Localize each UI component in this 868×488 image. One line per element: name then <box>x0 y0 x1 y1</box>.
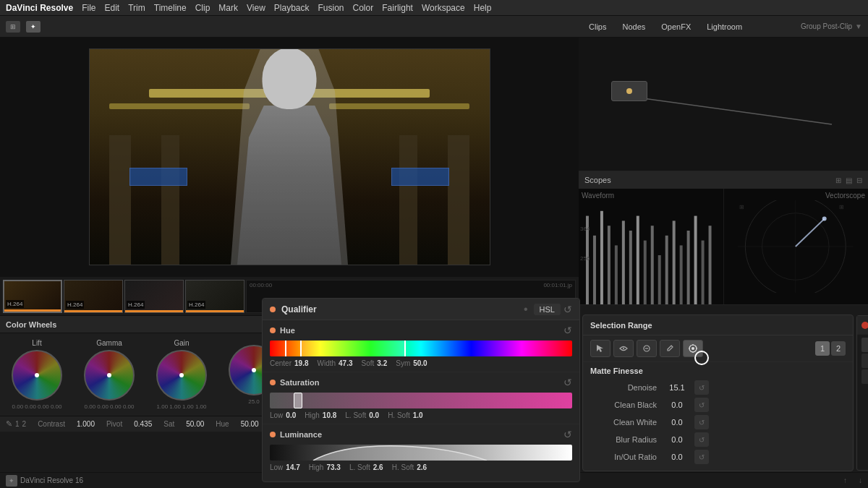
node-box[interactable] <box>611 81 647 101</box>
sat-lsoft-value[interactable]: 0.0 <box>369 411 379 419</box>
tab-lightroom[interactable]: Lightroom <box>702 21 746 33</box>
denoise-reset-button[interactable]: ↺ <box>694 380 709 395</box>
toolbar-magic-icon[interactable]: ✦ <box>26 21 41 33</box>
menu-fairlight[interactable]: Fairlight <box>382 3 413 13</box>
clean-white-value[interactable]: 0.0 <box>663 418 692 427</box>
sat-high-value[interactable]: 10.8 <box>323 411 336 419</box>
lum-high-param: High 73.3 <box>309 463 341 471</box>
lum-low-value[interactable]: 14.7 <box>286 463 299 471</box>
lum-high-value[interactable]: 73.3 <box>326 463 340 471</box>
svg-rect-3 <box>600 211 603 304</box>
clip-thumb-4[interactable]: H.264 <box>185 280 244 313</box>
clean-white-reset-button[interactable]: ↺ <box>694 415 709 429</box>
scope-icon-1[interactable]: ⊞ <box>835 176 841 184</box>
sat-reset-button[interactable]: ↺ <box>563 377 572 388</box>
hue-sym-value[interactable]: 50.0 <box>413 359 427 367</box>
gain-wheel[interactable] <box>156 350 207 401</box>
menu-file[interactable]: File <box>82 3 95 13</box>
lum-section-header: Luminance ↺ <box>270 429 572 440</box>
gamma-wheel-center <box>107 373 111 377</box>
clip-thumb-1[interactable]: H.264 <box>3 280 62 313</box>
contrast-value[interactable]: 1.000 <box>77 420 95 428</box>
lum-bar[interactable] <box>270 445 572 461</box>
lum-hsoft-value[interactable]: 2.6 <box>417 463 427 471</box>
tab-openfx[interactable]: OpenFX <box>657 21 695 33</box>
inout-ratio-reset-button[interactable]: ↺ <box>694 450 709 464</box>
menu-edit[interactable]: Edit <box>105 3 120 13</box>
add-tool-button[interactable] <box>613 340 634 357</box>
eyedropper-tool-button[interactable] <box>660 340 680 357</box>
matte-finesse-tabs: 1 2 <box>815 341 846 356</box>
select-tool-button[interactable] <box>590 340 610 357</box>
hue-value[interactable]: 50.00 <box>241 420 259 428</box>
status-export-icon[interactable]: ↑ <box>843 476 847 484</box>
gamma-wheel[interactable] <box>84 350 135 401</box>
scope-icon-2[interactable]: ▤ <box>846 176 852 184</box>
menu-timeline[interactable]: Timeline <box>154 3 187 13</box>
hue-soft-param: Soft 3.2 <box>362 359 388 367</box>
sat-bar[interactable] <box>270 393 572 408</box>
lum-lsoft-value[interactable]: 2.6 <box>373 463 383 471</box>
menu-color[interactable]: Color <box>353 3 374 13</box>
node-connections <box>579 38 868 171</box>
menu-workspace[interactable]: Workspace <box>422 3 465 13</box>
footer-num-2[interactable]: 2 <box>22 420 27 428</box>
hue-bar[interactable] <box>270 341 572 356</box>
hue-reset-button[interactable]: ↺ <box>563 325 572 336</box>
node-editor <box>579 38 868 171</box>
clip-thumb-3[interactable]: H.264 <box>124 280 184 313</box>
tab-clips[interactable]: Clips <box>584 21 610 33</box>
clean-black-reset-button[interactable]: ↺ <box>694 398 709 412</box>
clip-thumb-2[interactable]: H.264 <box>64 280 123 313</box>
gamma-wheel-container: Gamma 0.00 0.00 0.00 0.00 <box>84 339 135 410</box>
selection-range-panel: Selection Range 1 2 <box>582 314 854 471</box>
timeline-mini-track-2[interactable] <box>861 354 868 368</box>
inout-ratio-value[interactable]: 0.0 <box>663 453 692 461</box>
menu-view[interactable]: View <box>247 3 265 13</box>
sat-low-value[interactable]: 0.0 <box>286 411 296 419</box>
mf-tab-1[interactable]: 1 <box>815 341 830 356</box>
menu-playback[interactable]: Playback <box>274 3 310 13</box>
lum-low-label: Low <box>270 463 283 471</box>
hue-width-value[interactable]: 47.3 <box>339 359 352 367</box>
denoise-row: Denoise 15.1 ↺ <box>590 380 846 395</box>
lum-reset-button[interactable]: ↺ <box>563 429 572 440</box>
footer-icon-1[interactable]: ✎ <box>6 419 12 429</box>
blur-radius-value[interactable]: 0.0 <box>663 435 692 444</box>
sat-value[interactable]: 50.00 <box>186 420 204 428</box>
hue-soft-value[interactable]: 3.2 <box>377 359 387 367</box>
menu-help[interactable]: Help <box>474 3 492 13</box>
video-preview <box>89 48 490 265</box>
menu-mark[interactable]: Mark <box>218 3 238 13</box>
menu-clip[interactable]: Clip <box>195 3 210 13</box>
dropdown-arrow-icon[interactable]: ▼ <box>855 22 862 30</box>
subtract-tool-button[interactable] <box>637 340 657 357</box>
menu-fusion[interactable]: Fusion <box>318 3 344 13</box>
sat-hsoft-label: H. Soft <box>388 411 410 419</box>
hue-selection-region[interactable] <box>300 341 406 356</box>
hue-center-value[interactable]: 19.8 <box>294 359 308 367</box>
hue-sym-param: Sym 50.0 <box>396 359 427 367</box>
magic-tool-button[interactable] <box>683 340 703 357</box>
timeline-mini-track-1[interactable] <box>861 338 868 352</box>
qualifier-menu-icon[interactable]: ↺ <box>563 304 572 315</box>
blur-radius-reset-button[interactable]: ↺ <box>694 432 709 447</box>
hue-center-param: Center 19.8 <box>270 359 308 367</box>
menu-trim[interactable]: Trim <box>128 3 145 13</box>
toolbar-grid-icon[interactable]: ⊞ <box>6 21 20 33</box>
timeline-mini-track-3[interactable] <box>861 369 868 384</box>
footer-num-1[interactable]: 1 <box>15 420 20 428</box>
scope-icon-3[interactable]: ⊟ <box>856 176 862 184</box>
clean-black-value[interactable]: 0.0 <box>663 401 692 409</box>
denoise-value[interactable]: 15.1 <box>663 383 692 392</box>
sat-hsoft-value[interactable]: 1.0 <box>413 411 423 419</box>
mf-tab-2[interactable]: 2 <box>831 341 846 356</box>
svg-rect-9 <box>644 241 647 304</box>
hsl-badge[interactable]: HSL <box>534 304 561 315</box>
pivot-value[interactable]: 0.435 <box>134 420 152 428</box>
tab-nodes[interactable]: Nodes <box>618 21 650 33</box>
sat-low-handle[interactable] <box>294 393 302 408</box>
pillar-2 <box>161 135 179 265</box>
lift-wheel[interactable] <box>12 350 62 401</box>
status-import-icon[interactable]: ↓ <box>859 476 862 484</box>
